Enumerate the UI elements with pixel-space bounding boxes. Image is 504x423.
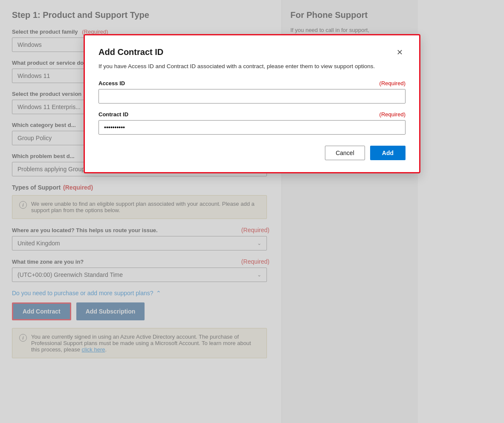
add-contract-id-modal: Add Contract ID ✕ If you have Access ID … [84,34,420,173]
modal-title: Add Contract ID [98,47,163,57]
cancel-button[interactable]: Cancel [325,146,365,160]
modal-description: If you have Access ID and Contract ID as… [98,62,406,71]
contract-id-field-group: Contract ID (Required) [98,111,406,142]
access-id-input[interactable] [98,89,406,104]
contract-id-label-row: Contract ID (Required) [98,111,406,118]
add-button[interactable]: Add [370,146,406,160]
access-id-field-group: Access ID (Required) [98,80,406,111]
modal-footer: Cancel Add [98,146,406,160]
modal-overlay: Add Contract ID ✕ If you have Access ID … [0,0,504,423]
modal-close-button[interactable]: ✕ [394,48,406,57]
contract-id-input[interactable] [98,120,406,135]
modal-header: Add Contract ID ✕ [98,47,406,57]
access-id-label-row: Access ID (Required) [98,80,406,86]
